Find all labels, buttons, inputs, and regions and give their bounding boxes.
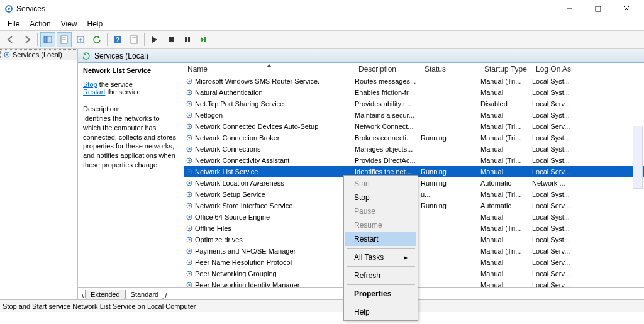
tab-standard[interactable]: Standard [125,290,165,299]
svg-point-37 [189,160,191,162]
refresh-button[interactable] [89,32,104,47]
svg-text:?: ? [116,36,119,43]
restart-service-button[interactable] [196,32,211,47]
svg-rect-6 [44,36,47,43]
cell-description: Manages objects... [355,145,421,153]
cell-logon: Local Syst... [532,145,572,153]
svg-rect-19 [204,37,206,42]
export-list-button[interactable] [73,32,88,47]
service-row[interactable]: Network Connection BrokerBrokers connect… [184,132,644,143]
properties-button[interactable] [57,32,72,47]
service-row[interactable]: Natural AuthenticationEnables friction-f… [184,87,644,98]
menu-action[interactable]: Action [25,18,55,30]
service-row[interactable]: Net.Tcp Port Sharing ServiceProvides abi… [184,98,644,109]
svg-point-43 [189,194,191,196]
cell-startup: Manual (Tri... [480,157,532,164]
stop-service-button[interactable] [164,32,179,47]
cell-logon: Local Syst... [532,236,572,243]
col-logon-as[interactable]: Log On As [532,63,572,75]
ctx-start: Start [345,177,416,191]
stop-link[interactable]: Stop [83,81,97,88]
ctx-refresh[interactable]: Refresh [345,269,416,282]
cell-startup: Manual (Tri... [480,77,532,85]
ctx-help[interactable]: Help [345,305,416,319]
selected-service-name: Network List Service [83,67,179,74]
col-name[interactable]: Name [184,63,355,75]
cell-startup: Manual [480,89,532,96]
svg-rect-3 [596,6,601,11]
ctx-restart[interactable]: Restart [345,232,416,246]
tree-root-label: Services (Local) [13,51,62,59]
cell-name: Network Location Awareness [195,179,355,187]
service-row[interactable]: Network Connected Devices Auto-SetupNetw… [184,121,644,132]
status-text: Stop and Start service Network List Serv… [3,303,196,310]
col-startup-type[interactable]: Startup Type [480,63,532,75]
svg-point-27 [189,103,191,105]
cell-logon: Local Syst... [532,157,572,164]
cell-logon: Local Serv... [532,247,572,255]
svg-point-23 [189,81,191,82]
svg-point-29 [189,115,191,116]
toolbar: ? [0,30,644,49]
gear-icon [185,247,194,255]
back-button[interactable] [3,32,18,47]
info-panel: Network List Service Stop the service Re… [78,63,184,287]
window-title: Services [16,4,45,13]
pause-service-button[interactable] [180,32,195,47]
refresh-icon[interactable] [82,52,91,60]
cell-logon: Local Syst... [532,225,572,232]
console-tree: Services (Local) [0,49,78,299]
cell-logon: Local Syst... [532,191,572,198]
help2-button[interactable] [126,32,142,47]
svg-point-35 [189,148,191,150]
start-service-button[interactable] [147,32,162,47]
scrollbar-thumb[interactable] [633,126,643,189]
maximize-button[interactable] [584,0,612,18]
minimize-button[interactable] [555,0,584,18]
forward-button[interactable] [19,32,35,47]
svg-point-25 [189,92,191,94]
cell-description: Network Connect... [355,123,421,130]
ctx-resume: Resume [345,218,416,232]
submenu-arrow-icon: ▸ [404,253,408,262]
restart-link[interactable]: Restart [83,88,105,96]
cell-status: Running [421,202,480,209]
ctx-all-tasks[interactable]: All Tasks▸ [345,250,416,264]
show-hide-tree-button[interactable] [40,32,55,47]
gear-icon [185,190,194,199]
service-row[interactable]: Network Connectivity AssistantProvides D… [184,155,644,166]
ctx-properties[interactable]: Properties [345,287,416,301]
cell-logon: Local Syst... [532,134,572,142]
cell-status: Running [421,134,480,142]
ctx-stop[interactable]: Stop [345,191,416,204]
gear-icon [185,235,194,244]
cell-startup: Manual [480,259,532,266]
svg-point-53 [189,250,191,252]
cell-description: Brokers connecti... [355,134,421,142]
cell-description: Provides ability t... [355,100,421,108]
help-button[interactable]: ? [110,32,125,47]
service-row[interactable]: NetlogonMaintains a secur...ManualLocal … [184,109,644,121]
svg-point-47 [189,216,191,218]
menu-help[interactable]: Help [82,18,108,30]
svg-rect-16 [169,37,174,42]
svg-point-59 [189,284,191,286]
col-description[interactable]: Description [355,63,421,75]
svg-rect-14 [131,36,137,43]
cell-logon: Network ... [532,179,572,187]
title-bar: Services [0,0,644,18]
menu-view[interactable]: View [56,18,82,30]
close-button[interactable] [612,0,640,18]
cell-name: Network Connections [195,145,355,153]
service-row[interactable]: Microsoft Windows SMS Router Service.Rou… [184,75,644,87]
gear-icon [185,133,194,142]
menu-file[interactable]: File [3,18,25,30]
tab-extended[interactable]: Extended [85,290,125,299]
service-row[interactable]: Network ConnectionsManages objects...Man… [184,143,644,155]
tree-root-item[interactable]: Services (Local) [0,49,77,60]
col-status[interactable]: Status [421,63,480,75]
svg-point-33 [189,137,191,139]
cell-name: Netlogon [195,111,355,119]
svg-point-51 [189,239,191,241]
cell-startup: Disabled [480,100,532,108]
